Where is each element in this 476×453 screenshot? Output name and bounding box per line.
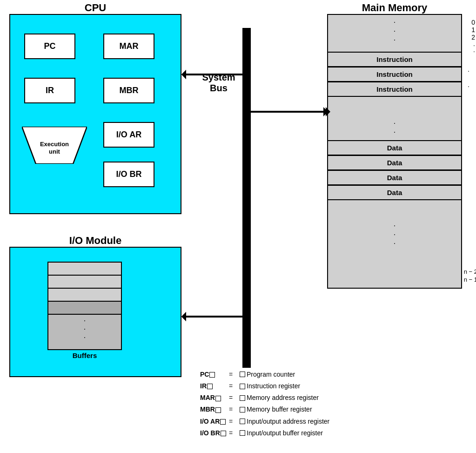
legend-key-ir: IR bbox=[200, 380, 228, 392]
svg-marker-7 bbox=[181, 312, 186, 321]
legend-row-mar: MAR = Memory address register bbox=[200, 392, 329, 404]
instruction-row-2: Instruction bbox=[328, 67, 461, 82]
legend-val-ir: Instruction register bbox=[247, 380, 300, 392]
legend-val-ioar: Input/output address register bbox=[247, 416, 329, 427]
legend-key-pc: PC bbox=[200, 369, 228, 380]
ir-register: IR bbox=[24, 78, 75, 103]
data-row-1: Data bbox=[328, 140, 461, 156]
instruction-row-1: Instruction bbox=[328, 52, 461, 67]
cpu-box: CPU PC MAR IR MBR I/O AR I/O BR Executio… bbox=[9, 14, 181, 214]
addr-0: 0 bbox=[471, 19, 475, 26]
addr-dot-inst1: · bbox=[468, 67, 469, 74]
legend-row-mbr: MBR = Memory buffer register bbox=[200, 404, 329, 415]
memory-title: Main Memory bbox=[328, 2, 461, 14]
data-row-4: Data bbox=[328, 185, 461, 200]
buffer-row-3 bbox=[48, 289, 121, 302]
legend-key-iobr: I/O BR bbox=[200, 427, 228, 439]
memory-dots-bottom: · · · bbox=[328, 222, 461, 247]
memory-box: Main Memory · · · 0 1 2 · · Instruction … bbox=[327, 14, 462, 289]
buffers-container: · · · Buffers bbox=[47, 262, 122, 350]
instruction-row-3: Instruction bbox=[328, 81, 461, 97]
svg-marker-3 bbox=[181, 70, 186, 79]
io-title: I/O Module bbox=[10, 235, 181, 247]
mbr-register: MBR bbox=[103, 78, 154, 103]
system-bus-label: SystemBus bbox=[193, 72, 244, 94]
data-rows: Data Data Data Data bbox=[328, 141, 461, 200]
data-row-3: Data bbox=[328, 170, 461, 185]
addr-n2: n − 2 bbox=[464, 268, 476, 275]
legend-row-ioar: I/O AR = Input/output address register bbox=[200, 416, 329, 427]
buffer-dots: · · · bbox=[48, 315, 121, 341]
pc-register: PC bbox=[24, 34, 75, 59]
instruction-rows: Instruction Instruction Instruction bbox=[328, 52, 461, 97]
execution-unit-label: Executionunit bbox=[22, 141, 87, 155]
addr-1: 1 bbox=[471, 26, 475, 34]
legend-key-mbr: MBR bbox=[200, 404, 228, 415]
mar-register: MAR bbox=[103, 34, 154, 59]
legend-val-mar: Memory address register bbox=[247, 392, 319, 404]
data-row-2: Data bbox=[328, 155, 461, 170]
buffer-row-2 bbox=[48, 276, 121, 289]
buffer-row-1 bbox=[48, 263, 121, 276]
legend-row-iobr: I/O BR = Input/output buffer register bbox=[200, 427, 329, 439]
addr-dot-inst2: · bbox=[468, 82, 469, 90]
legend: PC = Program counter IR = Instruction re… bbox=[200, 369, 329, 439]
iobr-register: I/O BR bbox=[103, 162, 154, 187]
addr-dot2: · bbox=[473, 47, 475, 55]
legend-row-ir: IR = Instruction register bbox=[200, 380, 329, 392]
svg-marker-8 bbox=[181, 70, 186, 79]
memory-dots-top: · · · bbox=[328, 19, 461, 44]
io-box: I/O Module · · · Buffers bbox=[9, 247, 181, 377]
legend-val-iobr: Input/output buffer register bbox=[247, 427, 323, 439]
diagram: CPU PC MAR IR MBR I/O AR I/O BR Executio… bbox=[0, 0, 476, 453]
legend-val-mbr: Memory buffer register bbox=[247, 404, 312, 415]
buffer-row-4 bbox=[48, 302, 121, 315]
execution-unit: Executionunit bbox=[22, 127, 87, 164]
ioar-register: I/O AR bbox=[103, 122, 154, 148]
buffers-label: Buffers bbox=[48, 352, 121, 359]
addr-2: 2 bbox=[471, 34, 475, 41]
legend-key-mar: MAR bbox=[200, 392, 228, 404]
legend-key-ioar: I/O AR bbox=[200, 416, 228, 427]
cpu-title: CPU bbox=[10, 2, 181, 14]
svg-marker-10 bbox=[181, 312, 186, 321]
legend-val-pc: Program counter bbox=[247, 369, 295, 380]
addr-n1: n − 1 bbox=[464, 276, 476, 283]
legend-row-pc: PC = Program counter bbox=[200, 369, 329, 380]
